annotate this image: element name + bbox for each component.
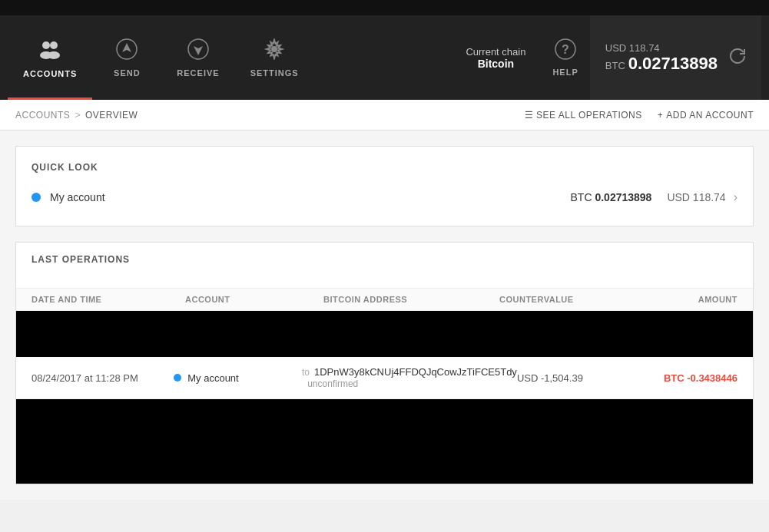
operations-section: LAST OPERATIONS DATE AND TIME ACCOUNT BI… [15,242,754,484]
account-arrow[interactable]: › [734,190,738,204]
main-content: QUICK LOOK My account BTC 0.02713898 USD… [0,131,769,500]
op-account-name: My account [187,372,238,384]
balance-btc: BTC0.02713898 [605,54,718,74]
chain-info: Current chain Bitcoin [466,46,525,70]
op-date: 08/24/2017 at 11:28 PM [31,372,174,384]
svg-marker-5 [122,43,131,52]
balance-area: USD 118.74 BTC0.02713898 [590,15,761,100]
svg-point-1 [50,41,58,49]
breadcrumb-separator: > [75,109,81,121]
add-account-button[interactable]: + ADD AN ACCOUNT [658,110,754,121]
op-countervalue: USD -1,504.39 [517,372,631,384]
see-all-label: SEE ALL OPERATIONS [536,110,642,121]
nav-receive[interactable]: RECEIVE [161,15,234,100]
breadcrumb-parent[interactable]: ACCOUNTS [15,110,70,121]
chain-label: Current chain [466,46,525,58]
th-countervalue: COUNTERVALUE [499,295,622,304]
help-button[interactable]: ? HELP [541,31,589,84]
svg-text:?: ? [562,43,569,56]
account-name: My account [50,191,571,203]
nav-bar: ACCOUNTS SEND RECEIVE SETTINGS [0,15,769,100]
nav-send[interactable]: SEND [92,15,161,100]
help-icon: ? [555,38,576,64]
balance-usd: USD 118.74 [605,42,718,54]
receive-icon [187,38,209,65]
op-to: to [302,367,310,378]
svg-point-3 [48,51,60,59]
settings-icon [264,38,285,65]
breadcrumb-bar: ACCOUNTS > OVERVIEW ☰ SEE ALL OPERATIONS… [0,100,769,131]
nav-settings-label: SETTINGS [250,68,299,78]
top-bar [0,0,769,15]
breadcrumb-current: OVERVIEW [85,110,138,121]
account-btc: BTC 0.02713898 [571,191,652,203]
op-status: unconfirmed [307,378,358,389]
btc-prefix: BTC [571,191,592,203]
account-btc-amount: 0.02713898 [595,191,651,203]
op-address-value: 1DPnW3y8kCNUj4FFDQJqCowJzTiFCE5Tdy [314,366,517,378]
btc-label: BTC [605,60,625,71]
black-row-top [16,311,753,357]
add-icon: + [658,110,664,121]
nav-receive-label: RECEIVE [177,68,219,78]
th-amount: AMOUNT [622,295,738,304]
op-account-dot [174,374,181,382]
breadcrumb: ACCOUNTS > OVERVIEW [15,109,138,121]
account-dot [31,193,41,202]
nav-settings[interactable]: SETTINGS [235,15,314,100]
op-address: to1DPnW3y8kCNUj4FFDQJqCowJzTiFCE5Tdy unc… [302,366,517,389]
operations-header: LAST OPERATIONS [16,243,753,289]
help-label: HELP [552,68,578,77]
breadcrumb-actions: ☰ SEE ALL OPERATIONS + ADD AN ACCOUNT [525,110,754,121]
account-usd: USD 118.74 [667,191,725,203]
balance-info: USD 118.74 BTC0.02713898 [605,42,718,74]
quick-look-section: QUICK LOOK My account BTC 0.02713898 USD… [15,146,754,226]
nav-accounts[interactable]: ACCOUNTS [8,15,92,100]
op-amount: BTC -0.3438446 [631,372,738,384]
btc-amount: 0.02713898 [628,54,718,73]
nav-accounts-label: ACCOUNTS [23,69,77,78]
th-address: BITCOIN ADDRESS [323,295,499,304]
black-row-bottom [16,399,753,484]
operations-title: LAST OPERATIONS [31,254,738,265]
table-headers: DATE AND TIME ACCOUNT BITCOIN ADDRESS CO… [16,289,753,311]
see-all-operations-button[interactable]: ☰ SEE ALL OPERATIONS [525,110,642,121]
refresh-button[interactable] [729,48,746,68]
op-account: My account [174,372,302,384]
table-row[interactable]: 08/24/2017 at 11:28 PM My account to1DPn… [16,357,753,399]
see-all-icon: ☰ [525,110,534,121]
chain-name: Bitcoin [478,58,514,70]
nav-send-label: SEND [114,68,141,78]
svg-marker-7 [194,46,203,55]
svg-point-0 [42,41,50,49]
account-row: My account BTC 0.02713898 USD 118.74 › [31,184,738,210]
accounts-icon [38,38,61,66]
quick-look-title: QUICK LOOK [31,162,738,173]
svg-point-8 [271,46,277,52]
add-label: ADD AN ACCOUNT [666,110,754,121]
send-icon [116,38,138,65]
th-account: ACCOUNT [185,295,323,304]
th-date: DATE AND TIME [31,295,185,304]
